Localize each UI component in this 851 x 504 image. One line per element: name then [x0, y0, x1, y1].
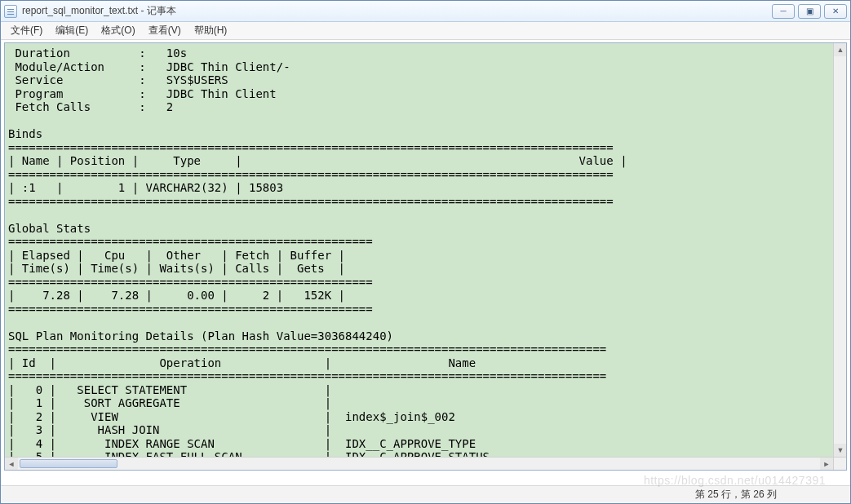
menu-view[interactable]: 查看(V): [142, 24, 188, 38]
maximize-button[interactable]: ▣: [798, 4, 821, 19]
v-track[interactable]: [834, 56, 846, 444]
menubar: 文件(F) 编辑(E) 格式(O) 查看(V) 帮助(H): [1, 22, 850, 40]
menu-help[interactable]: 帮助(H): [188, 24, 234, 38]
scroll-left-icon[interactable]: ◄: [5, 458, 18, 471]
titlebar[interactable]: report_sql_monitor_text.txt - 记事本 ─ ▣ ✕: [1, 1, 850, 22]
statusbar: 第 25 行，第 26 列: [1, 485, 850, 503]
scroll-up-icon[interactable]: ▲: [834, 43, 847, 56]
window-title: report_sql_monitor_text.txt - 记事本: [22, 4, 176, 18]
minimize-button[interactable]: ─: [772, 4, 795, 19]
menu-file[interactable]: 文件(F): [4, 24, 49, 38]
h-track[interactable]: [18, 458, 820, 470]
scroll-right-icon[interactable]: ►: [820, 458, 833, 471]
menu-format[interactable]: 格式(O): [95, 24, 141, 38]
app-icon: [4, 5, 17, 18]
scroll-down-icon[interactable]: ▼: [834, 444, 847, 457]
cursor-position: 第 25 行，第 26 列: [695, 488, 777, 502]
scroll-corner: [833, 457, 846, 470]
menu-edit[interactable]: 编辑(E): [49, 24, 95, 38]
h-thumb[interactable]: [20, 459, 117, 468]
text-area[interactable]: Duration : 10s Module/Action : JDBC Thin…: [5, 43, 833, 457]
editor-viewport: Duration : 10s Module/Action : JDBC Thin…: [4, 42, 847, 471]
vertical-scrollbar[interactable]: ▲ ▼: [833, 43, 846, 457]
close-button[interactable]: ✕: [824, 4, 847, 19]
horizontal-scrollbar[interactable]: ◄ ►: [5, 457, 833, 470]
notepad-window: report_sql_monitor_text.txt - 记事本 ─ ▣ ✕ …: [0, 0, 851, 504]
